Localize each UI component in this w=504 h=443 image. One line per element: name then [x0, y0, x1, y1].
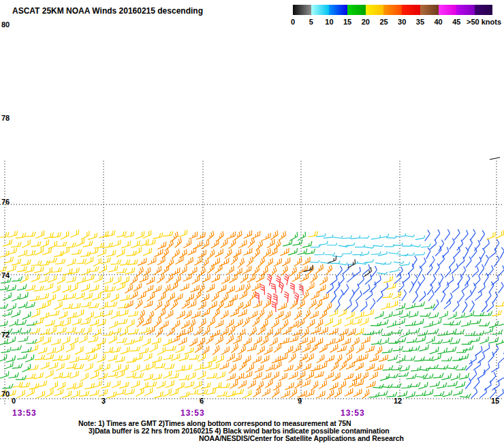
- wind-barb: [284, 274, 289, 286]
- wind-barb: [330, 275, 337, 285]
- wind-barb: [441, 357, 452, 361]
- wind-barb: [289, 266, 296, 276]
- wind-barb: [275, 311, 283, 319]
- wind-barb: [126, 372, 136, 378]
- wind-barb: [99, 389, 108, 397]
- wind-barb: [434, 391, 444, 396]
- wind-barb: [4, 362, 13, 369]
- wind-barb: [163, 370, 172, 378]
- wind-barb: [441, 291, 445, 303]
- wind-barb: [75, 346, 83, 354]
- wind-barb: [459, 354, 469, 360]
- wind-barb: [221, 275, 230, 284]
- wind-barb: [362, 389, 370, 399]
- wind-barb: [138, 309, 145, 320]
- wind-barb: [430, 347, 439, 354]
- wind-barb: [217, 300, 224, 310]
- wind-barb: [206, 284, 215, 292]
- wind-barb: [484, 255, 488, 266]
- wind-barb: [226, 286, 234, 294]
- wind-barb: [189, 337, 197, 346]
- wind-barb: [361, 336, 370, 343]
- wind-barb: [136, 388, 144, 396]
- wind-barb: [473, 311, 484, 316]
- wind-barb: [396, 318, 405, 325]
- longitude-label: 15: [491, 397, 499, 405]
- wind-barb: [66, 344, 74, 352]
- wind-barb: [488, 352, 494, 363]
- wind-barb: [294, 310, 302, 320]
- wind-barb: [420, 345, 429, 352]
- wind-barb: [405, 356, 415, 361]
- wind-barb: [420, 258, 426, 269]
- wind-barb: [465, 378, 471, 389]
- longitude-label: 3: [101, 397, 106, 405]
- wind-barb: [30, 328, 40, 333]
- wind-barb: [198, 301, 206, 309]
- wind-barb: [133, 283, 142, 291]
- wind-barb: [392, 329, 403, 333]
- wind-barb: [327, 284, 334, 294]
- wind-barb: [172, 249, 179, 258]
- wind-barb: [116, 231, 126, 237]
- wind-barb: [255, 292, 259, 303]
- wind-barb: [332, 236, 343, 238]
- wind-barb: [487, 302, 494, 312]
- wind-barb: [247, 274, 255, 282]
- wind-barb: [211, 330, 220, 337]
- wind-barb: [464, 247, 468, 259]
- wind-barb: [170, 282, 178, 291]
- wind-barb: [147, 292, 155, 301]
- wind-barb: [76, 309, 84, 318]
- wind-barb: [138, 258, 146, 265]
- wind-barb: [101, 382, 110, 388]
- wind-barb: [462, 281, 469, 292]
- wind-barb: [189, 355, 200, 360]
- wind-barb: [492, 381, 499, 391]
- wind-barb: [428, 329, 439, 334]
- wind-barb: [89, 285, 99, 292]
- wind-barb: [260, 284, 264, 295]
- wind-barb: [258, 257, 265, 267]
- wind-barb: [482, 343, 490, 353]
- wind-barb: [319, 344, 328, 352]
- wind-barb: [57, 242, 67, 247]
- wind-barb: [179, 266, 187, 275]
- wind-barb: [144, 301, 153, 308]
- wind-barb: [196, 232, 205, 239]
- wind-barb: [236, 302, 243, 311]
- wind-barb: [393, 243, 403, 245]
- wind-barb: [85, 275, 95, 281]
- wind-barb: [194, 327, 202, 335]
- ascat-wind-plot: ASCAT 25KM NOAA Winds 20160215 descendin…: [0, 0, 504, 443]
- wind-barb: [251, 231, 260, 239]
- wind-barb: [475, 257, 482, 268]
- wind-barb: [260, 320, 268, 329]
- wind-barb: [381, 262, 392, 264]
- wind-barb: [377, 291, 383, 301]
- wind-barb: [169, 373, 179, 378]
- wind-barb: [153, 356, 162, 362]
- wind-barb: [28, 365, 38, 370]
- wind-barb: [444, 299, 451, 309]
- wind-barb: [374, 365, 383, 371]
- wind-barb: [147, 311, 154, 321]
- wind-barb: [355, 311, 364, 318]
- wind-barb: [342, 235, 351, 239]
- wind-barb: [146, 326, 155, 335]
- wind-barb: [270, 337, 278, 346]
- wind-barb: [203, 326, 210, 336]
- wind-barb: [497, 373, 504, 382]
- wind-barb: [479, 337, 488, 344]
- wind-barb: [129, 291, 137, 300]
- wind-barb: [388, 355, 398, 361]
- wind-barb: [207, 373, 217, 379]
- wind-barb: [216, 355, 224, 363]
- wind-barb: [438, 348, 447, 354]
- wind-barb: [119, 309, 129, 316]
- wind-barb: [104, 277, 113, 284]
- wind-barb: [459, 291, 464, 302]
- wind-barb: [294, 257, 302, 266]
- wind-barb: [35, 355, 45, 360]
- wind-barb: [63, 269, 73, 275]
